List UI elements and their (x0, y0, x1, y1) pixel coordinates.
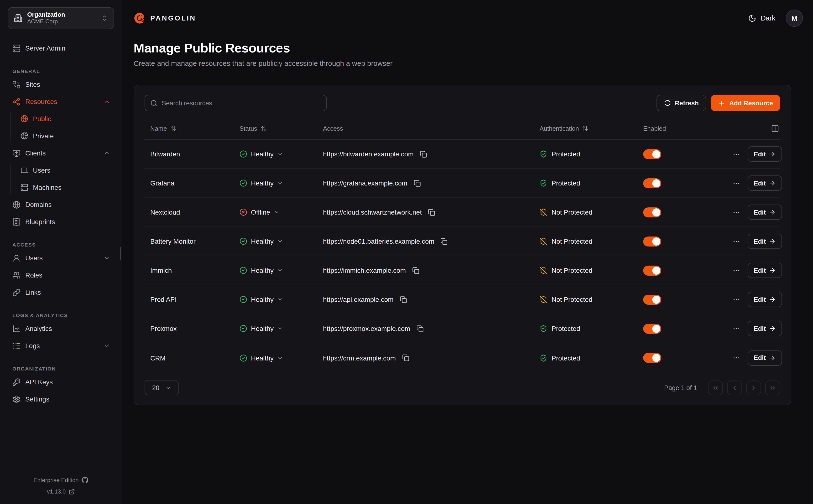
page-size-select[interactable]: 20 (145, 380, 179, 395)
copy-url-button[interactable] (411, 266, 420, 275)
next-page-button[interactable] (746, 380, 761, 395)
edit-button[interactable]: Edit (748, 321, 782, 336)
edit-button[interactable]: Edit (748, 263, 782, 278)
edit-button[interactable]: Edit (748, 205, 782, 220)
sidebar-item-clients[interactable]: Clients (0, 144, 122, 162)
prev-page-button[interactable] (727, 380, 742, 395)
table-row: CRM Healthy https://crm.example.com Prot… (145, 343, 780, 372)
resource-name: Immich (145, 267, 239, 274)
edit-button[interactable]: Edit (748, 234, 782, 249)
add-resource-button[interactable]: Add Resource (711, 95, 780, 111)
sidebar-item-public[interactable]: Public (10, 110, 122, 127)
page-subtitle: Create and manage resources that are pub… (134, 59, 803, 67)
arrow-right-icon (769, 180, 776, 186)
row-menu-button[interactable] (731, 324, 741, 334)
copy-icon (414, 180, 421, 187)
enabled-toggle[interactable] (643, 294, 661, 304)
status-dropdown[interactable]: Healthy (239, 325, 283, 332)
status-label: Offline (251, 208, 270, 216)
enabled-toggle[interactable] (643, 207, 661, 217)
enabled-toggle[interactable] (643, 178, 661, 188)
sidebar-item-label: Analytics (25, 325, 52, 332)
table-row: Bitwarden Healthy https://bitwarden.exam… (145, 140, 780, 169)
sidebar-item-private[interactable]: Private (10, 127, 122, 144)
column-header-status[interactable]: Status (239, 125, 323, 132)
row-menu-button[interactable] (731, 149, 741, 159)
sidebar-item-settings[interactable]: Settings (0, 391, 122, 408)
copy-url-button[interactable] (440, 237, 449, 246)
app-window: Organization ACME Corp. Server Admin GEN… (0, 0, 813, 504)
shield-check-icon (540, 325, 547, 332)
edit-button[interactable]: Edit (748, 350, 782, 365)
sidebar-item-roles[interactable]: Roles (0, 267, 122, 284)
row-menu-button[interactable] (731, 353, 741, 363)
chevron-down-icon (277, 355, 283, 361)
sidebar-item-sites[interactable]: Sites (0, 76, 122, 93)
avatar[interactable]: M (786, 10, 803, 27)
chevron-down-icon (277, 297, 283, 302)
status-dropdown[interactable]: Healthy (239, 179, 283, 187)
row-menu-button[interactable] (731, 236, 741, 246)
row-menu-button[interactable] (731, 178, 741, 188)
section-label-access: ACCESS (12, 242, 122, 247)
copy-url-button[interactable] (401, 353, 410, 362)
arrow-right-icon (769, 355, 776, 361)
status-dropdown[interactable]: Healthy (239, 267, 283, 274)
enabled-toggle[interactable] (643, 265, 661, 275)
status-dropdown[interactable]: Healthy (239, 296, 283, 303)
row-menu-button[interactable] (731, 294, 741, 304)
version-link[interactable]: v1.13.0 (0, 486, 122, 497)
copy-url-button[interactable] (413, 179, 422, 188)
status-dropdown[interactable]: Healthy (239, 150, 283, 158)
sidebar-item-machines[interactable]: Machines (10, 179, 122, 196)
copy-url-button[interactable] (427, 208, 436, 217)
sidebar-item-server-admin[interactable]: Server Admin (0, 40, 122, 57)
sidebar-item-links[interactable]: Links (0, 284, 122, 301)
edit-button[interactable]: Edit (748, 146, 782, 162)
healthy-status-icon (239, 150, 247, 158)
search-input[interactable] (162, 99, 321, 107)
column-header-enabled: Enabled (643, 125, 731, 132)
row-menu-button[interactable] (731, 265, 741, 275)
status-dropdown[interactable]: Healthy (239, 354, 283, 362)
org-switcher[interactable]: Organization ACME Corp. (8, 7, 114, 29)
sidebar-item-blueprints[interactable]: Blueprints (0, 213, 122, 230)
pagination: 20 Page 1 of 1 (145, 380, 780, 395)
edit-button[interactable]: Edit (748, 292, 782, 307)
sidebar-item-users[interactable]: Users (0, 249, 122, 267)
toggle-columns-button[interactable] (770, 123, 780, 134)
column-header-authentication[interactable]: Authentication (540, 125, 643, 132)
refresh-button[interactable]: Refresh (657, 95, 706, 111)
status-label: Healthy (251, 296, 274, 303)
copy-url-button[interactable] (399, 295, 408, 304)
refresh-icon (664, 100, 671, 106)
sidebar-item-domains[interactable]: Domains (0, 196, 122, 213)
enabled-toggle[interactable] (643, 353, 661, 363)
copy-url-button[interactable] (416, 324, 425, 333)
sidebar-item-label: Server Admin (25, 44, 65, 52)
enabled-toggle[interactable] (643, 149, 661, 159)
sidebar-scrollbar[interactable] (120, 247, 121, 260)
theme-toggle[interactable]: Dark (748, 14, 775, 22)
sidebar-item-label: Machines (33, 184, 62, 191)
first-page-button[interactable] (708, 380, 723, 395)
clients-subnav: Users Machines (10, 162, 122, 196)
sidebar-item-resources[interactable]: Resources (0, 93, 122, 110)
last-page-button[interactable] (765, 380, 780, 395)
sidebar-item-api-keys[interactable]: API Keys (0, 373, 122, 391)
copy-url-button[interactable] (419, 149, 428, 159)
column-header-name[interactable]: Name (145, 125, 239, 132)
enabled-toggle[interactable] (643, 324, 661, 334)
status-dropdown[interactable]: Offline (239, 208, 279, 216)
enabled-toggle[interactable] (643, 236, 661, 246)
sort-icon (582, 125, 589, 132)
edit-button[interactable]: Edit (748, 175, 782, 191)
edition-link[interactable]: Enterprise Edition (0, 474, 122, 486)
sidebar-item-logs[interactable]: Logs (0, 337, 122, 354)
sidebar-item-client-users[interactable]: Users (10, 162, 122, 179)
arrow-right-icon (769, 238, 776, 245)
status-dropdown[interactable]: Healthy (239, 237, 283, 245)
brand-logo[interactable]: PANGOLIN (134, 12, 196, 24)
sidebar-item-analytics[interactable]: Analytics (0, 320, 122, 337)
row-menu-button[interactable] (731, 207, 741, 217)
